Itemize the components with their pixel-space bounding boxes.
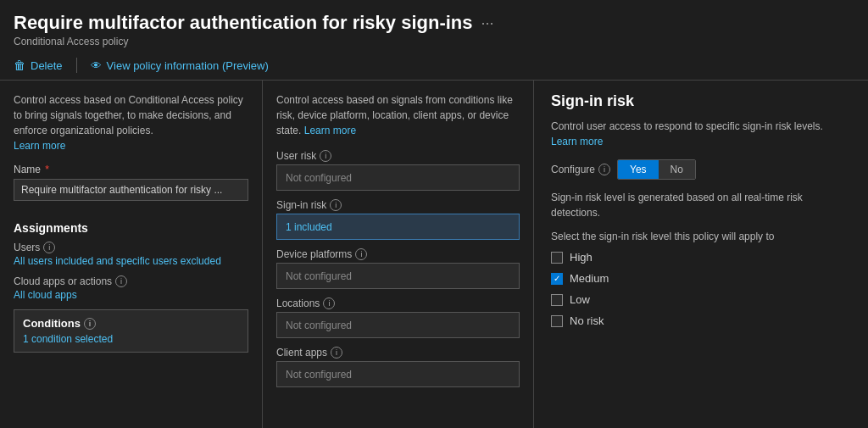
checkbox-label-low: Low	[570, 293, 590, 306]
checkbox-row: Medium	[551, 272, 851, 285]
checkbox-label-high: High	[570, 251, 593, 264]
checkbox-no-risk[interactable]	[551, 315, 563, 327]
name-field-group: Name *	[14, 164, 248, 213]
sign-in-risk-info-icon[interactable]: i	[330, 199, 342, 211]
configure-toggle[interactable]: Yes No	[617, 159, 696, 180]
sign-in-risk-value: 1 included	[286, 221, 332, 233]
name-label: Name *	[14, 164, 248, 175]
client-apps-info-icon[interactable]: i	[331, 347, 342, 359]
required-indicator: *	[45, 164, 49, 175]
page-title: Require multifactor authentication for r…	[14, 12, 473, 34]
users-assignment: Users i All users included and specific …	[14, 242, 248, 267]
client-apps-value: Not configured	[286, 369, 352, 381]
checkbox-label-no-risk: No risk	[570, 314, 604, 327]
device-platforms-row: Device platforms i Not configured	[276, 248, 520, 289]
risk-select-title: Select the sign-in risk level this polic…	[551, 231, 851, 242]
eye-icon: 👁	[91, 59, 102, 72]
checkbox-high[interactable]	[551, 252, 563, 264]
left-description: Control access based on Conditional Acce…	[14, 92, 248, 153]
checkbox-row: High	[551, 251, 851, 264]
client-apps-value-row[interactable]: Not configured	[276, 361, 520, 387]
left-panel: Control access based on Conditional Acce…	[0, 81, 263, 428]
conditions-section[interactable]: Conditions i 1 condition selected	[14, 309, 248, 353]
user-risk-value: Not configured	[286, 172, 352, 184]
configure-info-icon[interactable]: i	[598, 164, 610, 175]
configure-row: Configure i Yes No	[551, 159, 851, 180]
users-value[interactable]: All users included and specific users ex…	[14, 255, 248, 267]
header-actions: 🗑 Delete 👁 View policy information (Prev…	[14, 54, 854, 76]
user-risk-info-icon[interactable]: i	[320, 150, 331, 162]
action-separator	[76, 58, 77, 73]
device-platforms-info-icon[interactable]: i	[355, 248, 367, 260]
main-content: Control access based on Conditional Acce…	[0, 81, 868, 428]
locations-row: Locations i Not configured	[276, 297, 520, 338]
right-learn-more-link[interactable]: Learn more	[551, 136, 603, 147]
checkbox-medium[interactable]	[551, 273, 563, 285]
user-risk-value-row[interactable]: Not configured	[276, 164, 520, 191]
assignments-title: Assignments	[14, 221, 248, 235]
right-access-description: Control user access to respond to specif…	[551, 119, 851, 149]
conditions-value: 1 condition selected	[23, 333, 239, 345]
checkbox-row: Low	[551, 293, 851, 306]
name-input[interactable]	[14, 179, 248, 201]
device-platforms-value: Not configured	[286, 270, 352, 282]
users-info-icon[interactable]: i	[43, 242, 55, 253]
checkbox-low[interactable]	[551, 294, 563, 306]
sign-in-risk-row: Sign-in risk i 1 included	[276, 199, 520, 240]
sign-in-risk-value-row[interactable]: 1 included	[276, 214, 520, 240]
cloud-apps-value[interactable]: All cloud apps	[14, 289, 248, 301]
checkbox-label-medium: Medium	[570, 272, 609, 285]
locations-value: Not configured	[286, 320, 352, 331]
client-apps-row: Client apps i Not configured	[276, 347, 520, 387]
middle-description: Control access based on signals from con…	[276, 92, 520, 138]
checkbox-row: No risk	[551, 314, 851, 327]
page-subtitle: Conditional Access policy	[14, 36, 854, 47]
left-learn-more-link[interactable]: Learn more	[14, 140, 65, 152]
right-panel: Sign-in risk Control user access to resp…	[534, 81, 868, 428]
no-toggle-btn[interactable]: No	[659, 160, 695, 179]
yes-toggle-btn[interactable]: Yes	[618, 160, 659, 179]
right-panel-title: Sign-in risk	[551, 92, 851, 110]
middle-learn-more-link[interactable]: Learn more	[304, 125, 356, 136]
ellipsis-menu[interactable]: ···	[481, 14, 494, 32]
page-header: Require multifactor authentication for r…	[0, 0, 868, 81]
cloud-apps-assignment: Cloud apps or actions i All cloud apps	[14, 275, 248, 301]
device-platforms-value-row[interactable]: Not configured	[276, 263, 520, 289]
delete-button[interactable]: 🗑 Delete	[14, 58, 63, 72]
view-policy-button[interactable]: 👁 View policy information (Preview)	[91, 59, 269, 72]
risk-info-text: Sign-in risk level is generated based on…	[551, 190, 851, 220]
checkbox-group: HighMediumLowNo risk	[551, 251, 851, 327]
cloud-apps-info-icon[interactable]: i	[115, 275, 127, 287]
locations-value-row[interactable]: Not configured	[276, 312, 520, 338]
user-risk-row: User risk i Not configured	[276, 150, 520, 191]
middle-panel: Control access based on signals from con…	[263, 81, 534, 428]
conditions-info-icon[interactable]: i	[84, 318, 96, 330]
locations-info-icon[interactable]: i	[323, 297, 335, 309]
trash-icon: 🗑	[14, 58, 25, 72]
